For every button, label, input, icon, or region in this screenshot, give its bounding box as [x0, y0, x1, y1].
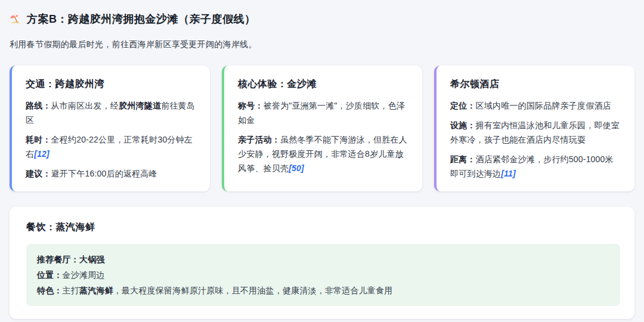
card-dining: 餐饮：蒸汽海鲜 推荐餐厅：大锅强 位置：金沙滩周边 特色：主打蒸汽海鲜，最大程度…: [10, 207, 634, 319]
row-label: 特色：: [37, 286, 63, 295]
plan-b-page: 方案B：跨越胶州湾拥抱金沙滩（亲子度假线） 利用春节假期的最后时光，前往西海岸新…: [0, 0, 644, 319]
experience-family-row: 亲子活动：虽然冬季不能下海游泳，但胜在人少安静，视野极度开阔，非常适合8岁儿童放…: [238, 132, 409, 175]
page-title-text: 方案B：跨越胶州湾拥抱金沙滩（亲子度假线）: [27, 12, 256, 26]
row-text: 全程约20-22公里，正常耗时30分钟左右: [26, 135, 193, 159]
row-text: ，最大程度保留海鲜原汁原味，且不用油盐，健康清淡，非常适合儿童食用: [113, 286, 393, 295]
row-bold-text: 蒸汽海鲜: [79, 286, 113, 295]
row-label: 耗时：: [26, 135, 51, 144]
row-label: 亲子活动：: [238, 135, 280, 144]
transport-advice-row: 建议：避开下午16:00后的返程高峰: [26, 166, 197, 181]
citation-link-12[interactable]: [12]: [34, 149, 49, 159]
info-cards-row: 交通：跨越胶州湾 路线：从市南区出发，经胶州湾隧道前往黄岛区 耗时：全程约20-…: [10, 66, 634, 191]
row-text: 避开下午16:00后的返程高峰: [51, 169, 157, 178]
row-label: 距离：: [450, 154, 476, 164]
card-transport-title: 交通：跨越胶州湾: [26, 78, 197, 91]
row-label: 建议：: [26, 169, 51, 178]
row-label: 路线：: [26, 101, 51, 110]
row-text: 被誉为"亚洲第一滩"，沙质细软，色泽如金: [238, 101, 405, 125]
experience-reputation-row: 称号：被誉为"亚洲第一滩"，沙质细软，色泽如金: [238, 98, 409, 127]
row-label: 称号：: [238, 101, 264, 110]
dining-detail-box: 推荐餐厅：大锅强 位置：金沙滩周边 特色：主打蒸汽海鲜，最大程度保留海鲜原汁原味…: [26, 244, 620, 306]
transport-route-row: 路线：从市南区出发，经胶州湾隧道前往黄岛区: [26, 98, 197, 127]
card-hotel: 希尔顿酒店 定位：区域内唯一的国际品牌亲子度假酒店 设施：拥有室内恒温泳池和儿童…: [434, 66, 634, 191]
transport-duration-row: 耗时：全程约20-22公里，正常耗时30分钟左右[12]: [26, 132, 197, 161]
card-experience-title: 核心体验：金沙滩: [238, 78, 409, 91]
row-label: 设施：: [450, 120, 476, 130]
card-experience: 核心体验：金沙滩 称号：被誉为"亚洲第一滩"，沙质细软，色泽如金 亲子活动：虽然…: [222, 66, 422, 191]
citation-link-11[interactable]: [11]: [501, 169, 516, 178]
row-text: 从市南区出发，经: [51, 101, 119, 110]
dining-location-row: 位置：金沙滩周边: [37, 267, 608, 283]
page-subtitle: 利用春节假期的最后时光，前往西海岸新区享受更开阔的海岸线。: [10, 39, 634, 50]
hotel-positioning-row: 定位：区域内唯一的国际品牌亲子度假酒店: [450, 98, 621, 113]
hotel-facilities-row: 设施：拥有室内恒温泳池和儿童乐园，即使室外寒冷，孩子也能在酒店内尽情玩耍: [450, 118, 621, 147]
row-label: 位置：: [37, 270, 63, 280]
dining-feature-row: 特色：主打蒸汽海鲜，最大程度保留海鲜原汁原味，且不用油盐，健康清淡，非常适合儿童…: [37, 283, 608, 298]
card-hotel-title: 希尔顿酒店: [450, 78, 621, 91]
row-text: 区域内唯一的国际品牌亲子度假酒店: [476, 101, 611, 110]
row-text: 金沙滩周边: [63, 270, 105, 280]
hotel-distance-row: 距离：酒店紧邻金沙滩，步行约500-1000米即可到达海边[11]: [450, 152, 621, 181]
page-title: 方案B：跨越胶州湾拥抱金沙滩（亲子度假线）: [10, 10, 634, 26]
row-text: 拥有室内恒温泳池和儿童乐园，即使室外寒冷，孩子也能在酒店内尽情玩耍: [450, 120, 620, 144]
row-bold-text: 胶州湾隧道: [119, 101, 161, 110]
row-text: 主打: [63, 286, 79, 295]
row-bold-text: 大锅强: [79, 255, 105, 264]
card-dining-title: 餐饮：蒸汽海鲜: [26, 221, 620, 234]
beach-umbrella-icon: [10, 13, 21, 25]
row-label: 定位：: [450, 101, 476, 110]
citation-link-50[interactable]: [50]: [289, 163, 304, 173]
row-label: 推荐餐厅：: [37, 255, 79, 264]
dining-restaurant-row: 推荐餐厅：大锅强: [37, 252, 608, 267]
card-transport: 交通：跨越胶州湾 路线：从市南区出发，经胶州湾隧道前往黄岛区 耗时：全程约20-…: [10, 66, 210, 191]
